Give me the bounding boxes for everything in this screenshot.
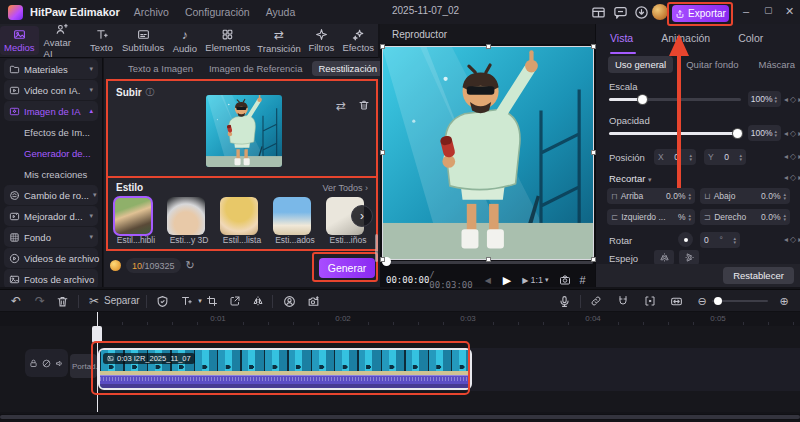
avatar-tool-icon[interactable] (281, 293, 297, 309)
subtab-mascara[interactable]: Máscara (752, 56, 800, 73)
resize-handle[interactable] (486, 44, 491, 49)
stepper-icon[interactable]: ▴▾ (688, 192, 691, 200)
mute-track-icon[interactable] (55, 359, 64, 368)
menu-archivo[interactable]: Archivo (134, 6, 169, 18)
panel-scrollbar[interactable] (375, 234, 378, 262)
video-canvas[interactable] (383, 47, 593, 259)
feedback-icon[interactable] (612, 4, 629, 21)
resize-handle[interactable] (591, 44, 596, 49)
rotate-dial[interactable] (678, 232, 693, 247)
sidebar-item-video-ia[interactable]: Video con IA. ▾ (4, 80, 98, 100)
magnet-icon[interactable] (615, 293, 631, 309)
tab-color[interactable]: Color (738, 32, 763, 44)
tab-imagen-referencia[interactable]: Imagen de Referencia (203, 61, 308, 76)
stepper-icon[interactable]: ▴▾ (733, 236, 736, 244)
generate-button[interactable]: Generar (319, 258, 375, 278)
tab-avatar-ai[interactable]: Avatar AI (39, 21, 85, 61)
zoom-ratio[interactable]: 1:1 (530, 275, 543, 285)
sidebar-item-fotos-archivo[interactable]: Fotos de archivo (4, 269, 98, 287)
tab-elementos[interactable]: Elementos (202, 26, 254, 55)
stepper-icon[interactable]: ▴▾ (739, 153, 742, 161)
marker-bracket-icon[interactable] (642, 293, 658, 309)
opacity-slider-thumb[interactable] (733, 129, 742, 138)
download-icon[interactable] (633, 4, 650, 21)
scrollbar-thumb[interactable] (0, 415, 800, 419)
play-icon[interactable]: ▶ (503, 274, 511, 287)
record-voice-icon[interactable] (556, 293, 572, 309)
export-frame-icon[interactable] (227, 293, 243, 309)
tab-efectos[interactable]: Efectos (338, 26, 378, 55)
crop-left-field[interactable]: ⊏ Izquierdo ... % ▴▾ (607, 209, 695, 225)
tab-subtitulos[interactable]: Subtítulos (118, 26, 167, 55)
next-frame-icon[interactable]: ▶ (522, 276, 528, 285)
position-x-field[interactable]: X 0 ▴▾ (654, 149, 696, 165)
style-option-3d[interactable]: Esti...y 3D (167, 197, 211, 245)
redo-icon[interactable]: ↷ (32, 293, 48, 309)
resize-handle[interactable] (486, 257, 491, 262)
scale-slider[interactable] (609, 98, 741, 101)
menu-ayuda[interactable]: Ayuda (266, 6, 296, 18)
resize-handle[interactable] (380, 44, 385, 49)
zoom-out-icon[interactable]: ⊖ (694, 293, 710, 309)
sidebar-item-fondo[interactable]: Fondo ▾ (4, 227, 98, 247)
subtab-quitar-fondo[interactable]: Quitar fondo (679, 56, 745, 73)
sidebar-item-imagen-ia[interactable]: Imagen de IA ▴ (4, 101, 98, 121)
uploaded-image-thumbnail[interactable] (206, 95, 282, 167)
stepper-icon[interactable]: ▴▾ (688, 213, 691, 221)
tab-texto[interactable]: Texto (84, 26, 118, 55)
style-option-ghibli[interactable]: Estil...hibli (114, 197, 158, 245)
stepper-icon[interactable]: ▴▾ (783, 192, 786, 200)
tab-vista[interactable]: Vista (610, 32, 633, 44)
scale-slider-thumb[interactable] (638, 95, 647, 104)
style-option-realista[interactable]: Estil...lista (220, 197, 264, 245)
fit-timeline-icon[interactable] (668, 293, 684, 309)
style-option-animados[interactable]: Esti...ados (273, 197, 317, 245)
timeline-zoom-thumb[interactable] (714, 297, 722, 305)
position-keyframe-controls[interactable]: ◂◇▸ (784, 152, 800, 161)
timeline-zoom-slider[interactable] (712, 300, 768, 302)
sidebar-item-mis-creaciones[interactable]: Mis creaciones (4, 164, 98, 184)
tab-audio[interactable]: ♪ Audio (168, 26, 202, 56)
split-icon[interactable]: ✂ (86, 293, 102, 309)
crop-top-field[interactable]: ⊓ Arriba 0.0% ▴▾ (607, 188, 695, 204)
sidebar-item-efectos-imagen[interactable]: Efectos de Im... (4, 122, 98, 142)
menu-configuracion[interactable]: Configuración (185, 6, 250, 18)
resize-handle[interactable] (380, 257, 385, 262)
timeline-tracks[interactable]: Portad... 0:03 I2R_2025_11_07 (0, 326, 800, 412)
refresh-icon[interactable]: ↻ (186, 259, 195, 272)
crop-right-field[interactable]: ⊐ Derecho 0.0% ▴▾ (700, 209, 790, 225)
sidebar-item-videos-archivo[interactable]: Videos de archivo (4, 248, 98, 268)
resize-handle[interactable] (380, 150, 385, 155)
see-all-link[interactable]: Ver Todos › (323, 183, 368, 193)
tab-transicion[interactable]: ⇄ Transición (254, 26, 305, 56)
sidebar-item-mejorador[interactable]: Mejorador d... ▾ (4, 206, 98, 226)
export-button[interactable]: Exportar (672, 5, 729, 22)
playhead-grip[interactable] (92, 326, 102, 343)
scale-value[interactable]: 100% ▴▾ (748, 91, 781, 107)
close-button[interactable]: ✕ (785, 5, 794, 18)
tab-animacion[interactable]: Animación (661, 32, 710, 44)
scale-keyframe-controls[interactable]: ◂◇▸ (784, 95, 800, 104)
zoom-in-icon[interactable]: ⊕ (776, 293, 792, 309)
stepper-icon[interactable]: ▴▾ (689, 153, 692, 161)
position-y-field[interactable]: Y 0 ▴▾ (704, 149, 746, 165)
sidebar-item-generador[interactable]: Generador de... (4, 143, 98, 163)
resize-handle[interactable] (591, 257, 596, 262)
timeline-ruler[interactable]: 0:01 0:02 0:03 0:04 0:05 (0, 312, 800, 326)
crop-icon[interactable] (204, 293, 220, 309)
reset-button[interactable]: Restablecer (723, 267, 794, 284)
zoom-caret-icon[interactable]: ▾ (545, 276, 549, 284)
stepper-icon[interactable]: ▴▾ (774, 95, 777, 103)
minimize-button[interactable]: – (743, 5, 749, 17)
opacity-keyframe-controls[interactable]: ◂◇▸ (784, 129, 800, 138)
prev-frame-icon[interactable]: ◀ (485, 276, 491, 285)
subtab-uso-general[interactable]: Uso general (608, 56, 673, 73)
shield-icon[interactable] (154, 293, 170, 309)
tab-filtros[interactable]: Filtros (304, 26, 338, 55)
tab-medios[interactable]: Medios (0, 26, 39, 55)
split-label[interactable]: Separar (104, 295, 140, 306)
delete-image-icon[interactable] (358, 99, 370, 111)
tab-texto-a-imagen[interactable]: Texto a Imagen (122, 61, 199, 76)
mirror-icon[interactable] (250, 293, 266, 309)
hide-track-icon[interactable] (42, 359, 51, 368)
